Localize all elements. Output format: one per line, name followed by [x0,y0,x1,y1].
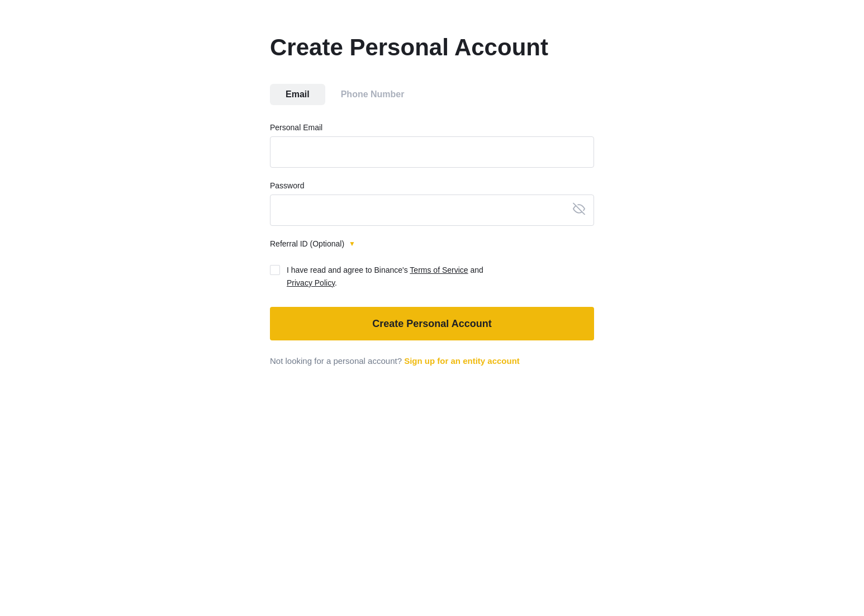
tab-group: Email Phone Number [270,84,420,105]
password-group: Password [270,181,594,226]
create-account-button[interactable]: Create Personal Account [270,307,594,340]
password-label: Password [270,181,594,190]
terms-checkbox[interactable] [270,265,280,275]
password-input[interactable] [270,195,594,226]
page-title: Create Personal Account [270,34,548,61]
password-wrapper [270,195,594,226]
referral-section[interactable]: Referral ID (Optional) ▼ [270,239,355,248]
terms-of-service-link[interactable]: Terms of Service [410,266,468,274]
toggle-password-icon[interactable] [573,203,585,218]
terms-text: I have read and agree to Binance's Terms… [287,264,483,289]
terms-row: I have read and agree to Binance's Terms… [270,264,594,289]
footer-text: Not looking for a personal account? Sign… [270,356,520,366]
tab-email[interactable]: Email [270,84,325,105]
email-label: Personal Email [270,123,594,132]
referral-label: Referral ID (Optional) [270,239,344,248]
form-container: Create Personal Account Email Phone Numb… [270,34,594,366]
referral-chevron-icon: ▼ [349,240,355,248]
email-input[interactable] [270,136,594,168]
entity-account-link[interactable]: Sign up for an entity account [404,356,520,366]
tab-phone[interactable]: Phone Number [325,84,420,105]
email-group: Personal Email [270,123,594,168]
privacy-policy-link[interactable]: Privacy Policy [287,278,335,287]
